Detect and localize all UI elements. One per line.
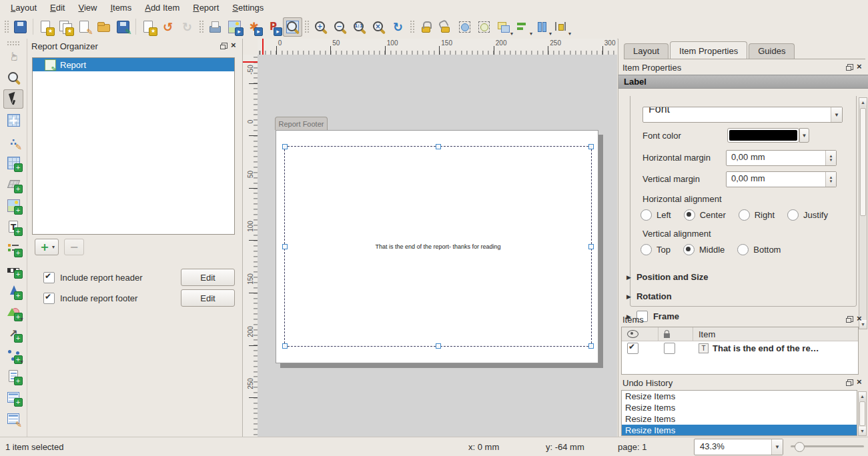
selection-handle[interactable]	[588, 144, 594, 149]
add-picture-button[interactable]: +	[3, 196, 23, 215]
tab-item-properties[interactable]: Item Properties	[670, 41, 747, 59]
zoom-slider[interactable]	[791, 445, 864, 447]
section-rotation[interactable]: ▶Rotation	[626, 291, 672, 301]
refresh-view-button[interactable]: ↻	[388, 17, 408, 37]
menu-add-item[interactable]: Add Item	[138, 1, 186, 14]
export-image-button[interactable]: ▸	[225, 17, 244, 37]
section-position-and-size[interactable]: ▶Position and Size	[626, 272, 709, 282]
halign-center-radio[interactable]	[684, 209, 695, 221]
vertical-margin-spinbox[interactable]: 0,00 mm ▲▼	[726, 171, 837, 187]
add-3d-map-button[interactable]: +	[3, 175, 23, 194]
menu-layout[interactable]: Layout	[4, 1, 43, 14]
undo-entry[interactable]: Resize Items	[622, 413, 857, 425]
selection-handle[interactable]	[282, 244, 288, 249]
raise-items-button[interactable]: ▾	[494, 17, 513, 37]
zoom-slider-handle[interactable]	[795, 442, 805, 452]
add-attribute-table-button[interactable]: +	[3, 388, 23, 407]
zoom-full-button[interactable]: ×	[369, 17, 388, 37]
add-node-item-button[interactable]: +▾	[3, 345, 23, 365]
add-north-arrow-button[interactable]: +	[3, 281, 23, 301]
tree-item-report[interactable]: Report	[33, 58, 234, 71]
edit-nodes-tool-button[interactable]: ∴✎	[3, 132, 23, 151]
font-button[interactable]: Font ▼	[642, 107, 843, 123]
add-legend-button[interactable]: +	[3, 239, 23, 258]
unlock-items-button[interactable]	[436, 17, 455, 37]
menu-report[interactable]: Report	[186, 1, 226, 14]
selection-handle[interactable]	[282, 343, 288, 349]
close-panel-icon[interactable]	[857, 316, 864, 323]
halign-justify-radio[interactable]	[787, 209, 799, 221]
save-as-button[interactable]: ✎	[113, 17, 133, 37]
toolbar-drag-handle[interactable]	[7, 41, 20, 45]
undo-entry[interactable]: Resize Items	[622, 391, 857, 402]
select-move-item-tool-button[interactable]	[3, 89, 23, 109]
item-visible-checkbox[interactable]	[627, 343, 638, 354]
add-shape-button[interactable]: +▾	[3, 303, 23, 322]
print-button[interactable]	[205, 17, 225, 37]
zoom-preview-tool-button[interactable]	[283, 17, 302, 37]
edit-footer-button[interactable]: Edit	[181, 289, 235, 307]
font-color-dropdown[interactable]: ▼	[799, 128, 809, 143]
new-layout-button[interactable]: ★	[36, 17, 55, 37]
toolbar-drag-handle[interactable]	[304, 20, 309, 33]
align-items-button[interactable]: ▾	[513, 17, 532, 37]
scroll-up-icon[interactable]: ▲	[859, 98, 867, 107]
scrollbar-thumb[interactable]	[860, 108, 866, 216]
spinner-arrows-icon[interactable]: ▲▼	[825, 151, 836, 165]
report-page[interactable]: That is the end of the report- thanks fo…	[276, 130, 598, 363]
add-scalebar-button[interactable]: +	[3, 260, 23, 279]
menu-view[interactable]: View	[71, 1, 103, 14]
layout-manager-button[interactable]: ✎	[75, 17, 94, 37]
zoom-tool-button[interactable]	[3, 68, 23, 87]
close-panel-icon[interactable]	[857, 64, 864, 71]
selection-handle[interactable]	[436, 343, 441, 349]
undo-entry[interactable]: Resize Items	[622, 425, 857, 436]
float-panel-icon[interactable]	[846, 64, 853, 71]
open-layout-button[interactable]	[94, 17, 113, 37]
item-locked-checkbox[interactable]	[664, 343, 675, 354]
selection-handle[interactable]	[282, 144, 288, 149]
move-item-content-tool-button[interactable]: ✚	[3, 111, 23, 130]
remove-report-section-button[interactable]: −	[64, 239, 84, 255]
add-arrow-button[interactable]: ↗+	[3, 324, 23, 343]
lock-items-button[interactable]	[416, 17, 436, 37]
undo-entry[interactable]: Resize Items	[622, 402, 857, 413]
distribute-items-button[interactable]: ▾	[532, 17, 552, 37]
scroll-down-icon[interactable]: ▼	[859, 427, 866, 435]
pan-tool-button[interactable]: ☞	[3, 47, 23, 66]
duplicate-layout-button[interactable]: ★	[55, 17, 75, 37]
include-header-checkbox[interactable]	[43, 272, 55, 283]
new-item-button[interactable]: ★	[139, 17, 158, 37]
float-panel-icon[interactable]	[220, 43, 228, 50]
float-panel-icon[interactable]	[846, 379, 853, 387]
edit-header-button[interactable]: Edit	[181, 269, 235, 286]
label-item[interactable]: That is the end of the report- thanks fo…	[284, 146, 592, 347]
export-pdf-button[interactable]: P▸	[264, 17, 283, 37]
zoom-actual-button[interactable]: 1:1	[350, 17, 369, 37]
valign-top-radio[interactable]	[640, 244, 652, 255]
valign-middle-radio[interactable]	[683, 244, 695, 255]
horizontal-margin-spinbox[interactable]: 0,00 mm ▲▼	[726, 150, 837, 166]
valign-bottom-radio[interactable]	[737, 244, 749, 255]
scrollbar-thumb[interactable]	[859, 401, 865, 426]
scroll-up-icon[interactable]: ▲	[859, 392, 866, 401]
menu-settings[interactable]: Settings	[226, 1, 270, 14]
item-properties-scrollbar[interactable]: ▲ ▼	[859, 97, 867, 329]
selection-handle[interactable]	[436, 144, 441, 149]
toolbar-drag-handle[interactable]	[4, 20, 9, 33]
include-footer-checkbox[interactable]	[43, 293, 55, 304]
font-color-swatch[interactable]	[727, 128, 799, 143]
export-svg-button[interactable]: ✱▸	[244, 17, 264, 37]
add-report-section-button[interactable]: + ▾	[35, 239, 59, 255]
toolbar-drag-handle[interactable]	[410, 20, 414, 33]
float-panel-icon[interactable]	[846, 316, 853, 323]
add-map-button[interactable]: +	[3, 153, 23, 173]
add-html-button[interactable]: +	[3, 367, 23, 386]
menu-edit[interactable]: Edit	[43, 1, 71, 14]
selection-handle[interactable]	[588, 244, 594, 249]
toolbar-drag-handle[interactable]	[199, 20, 203, 33]
halign-left-radio[interactable]	[640, 209, 652, 221]
zoom-in-button[interactable]: +	[311, 17, 330, 37]
save-project-button[interactable]	[11, 17, 30, 37]
tab-guides[interactable]: Guides	[749, 43, 795, 59]
